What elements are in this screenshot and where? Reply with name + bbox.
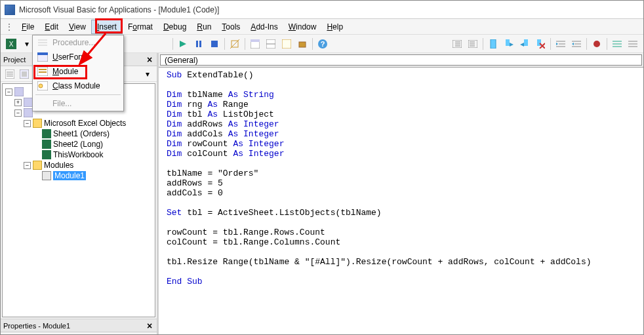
menu-run[interactable]: Run [191,20,216,33]
workbook-icon [42,150,51,159]
help-icon[interactable]: ? [315,37,330,51]
window-title: Microsoft Visual Basic for Applications … [19,5,219,14]
tree-row-excel-objects[interactable]: − Microsoft Excel Objects [4,118,153,128]
svg-point-40 [594,41,600,47]
svg-rect-27 [524,39,528,46]
insert-module[interactable]: Module [33,64,123,79]
properties-panel-title: Properties - Module1 [3,322,70,330]
indent-icon[interactable] [553,37,568,51]
bookmark-icon[interactable] [486,37,500,51]
menu-window[interactable]: Window [283,20,322,33]
insert-class-module-label: Class Module [52,81,100,90]
properties-panel-header: Properties - Module1 × [1,319,157,332]
properties-icon[interactable] [264,37,278,51]
bookmark-prev-icon[interactable] [517,37,532,51]
properties-panel-close[interactable]: × [145,321,154,330]
object-browser-icon[interactable] [279,37,294,51]
stop-icon[interactable] [207,37,222,51]
svg-rect-3 [196,41,198,47]
untabify-icon[interactable] [466,37,480,51]
svg-marker-28 [520,43,524,47]
svg-rect-9 [251,39,260,42]
object-dropdown-value: (General) [165,56,198,65]
tree-label: Modules [44,161,73,170]
tree-label-selected: Module1 [53,171,86,180]
insert-file[interactable]: File... [33,96,123,111]
worksheet-icon [42,129,51,138]
svg-rect-52 [22,71,27,77]
toolbox-icon[interactable] [295,37,310,51]
svg-rect-24 [491,39,496,49]
insert-procedure[interactable]: Procedure... [33,35,123,50]
insert-class-module[interactable]: Class Module [33,79,123,93]
svg-rect-54 [14,87,24,96]
menu-tools[interactable]: Tools [216,20,245,33]
tree-row-sheet1[interactable]: Sheet1 (Orders) [4,128,153,139]
menu-insert[interactable]: Insert [91,20,123,34]
menu-expand-icon[interactable]: ⋮ [5,22,14,31]
tree-row-modules[interactable]: − Modules [4,160,153,170]
pause-icon[interactable] [191,37,206,51]
collapse-icon[interactable]: − [24,120,31,127]
folder-icon [33,161,42,170]
menu-separator [35,94,121,95]
code-editor[interactable]: Sub ExtendTable() Dim tblName As String … [159,68,643,334]
comment-icon[interactable] [610,37,624,51]
procedure-icon [37,37,49,48]
collapse-icon[interactable]: − [14,109,22,117]
insert-file-label: File... [52,99,71,108]
object-dropdown[interactable]: (General) [160,54,642,66]
menubar: ⋮ File Edit View Insert Format Debug Run… [1,19,643,35]
module-icon [42,171,51,180]
bookmark-clear-icon[interactable] [533,37,548,51]
svg-rect-25 [506,39,510,46]
titlebar: Microsoft Visual Basic for Applications … [1,1,643,19]
app-icon [5,5,15,15]
expand-icon[interactable]: + [14,99,22,106]
excel-icon[interactable]: X [4,37,18,51]
project-panel-close[interactable]: × [145,55,154,64]
tree-row-sheet2[interactable]: Sheet2 (Long) [4,139,153,149]
menu-help[interactable]: Help [321,20,348,33]
breakpoint-icon[interactable] [590,37,604,51]
svg-rect-56 [24,108,33,117]
run-icon[interactable] [176,37,190,51]
menu-file[interactable]: File [16,20,39,33]
project-panel-title: Project [3,56,26,64]
menu-debug[interactable]: Debug [158,20,191,33]
insert-dropdown-menu: Procedure... UserForm Module Class Modul… [32,35,124,111]
project-tree[interactable]: − + − − Microsoft Excel Objects [2,83,155,317]
view-object-icon[interactable] [18,68,31,81]
svg-marker-26 [510,43,513,47]
menu-edit[interactable]: Edit [39,20,64,33]
insert-userform-label: UserForm [52,52,87,62]
tree-row-thisworkbook[interactable]: ThisWorkbook [4,149,153,160]
uncomment-icon[interactable] [626,37,640,51]
menu-addins[interactable]: Add-Ins [245,20,283,33]
vba-project-icon [24,98,33,107]
userform-icon [37,52,49,62]
tree-label: Microsoft Excel Objects [44,119,126,128]
menu-view[interactable]: View [64,20,91,33]
code-panel: (General) Sub ExtendTable() Dim tblName … [157,53,643,334]
svg-rect-61 [37,52,48,55]
tree-row-module1[interactable]: Module1 [4,170,153,181]
svg-point-66 [39,84,43,88]
panel-dropdown-icon[interactable]: ▾ [141,68,154,81]
project-icon [14,87,24,96]
bookmark-next-icon[interactable] [502,37,516,51]
menu-format[interactable]: Format [123,20,158,33]
toolbar-right [449,37,641,51]
svg-marker-2 [180,41,186,47]
code-header: (General) [159,53,643,68]
design-mode-icon[interactable] [228,37,242,51]
properties-panel: Properties - Module1 × [1,319,157,334]
project-explorer-icon[interactable] [248,37,262,51]
collapse-icon[interactable]: − [24,162,31,169]
svg-marker-39 [572,43,574,45]
tabify-icon[interactable] [450,37,464,51]
outdent-icon[interactable] [569,37,584,51]
insert-userform[interactable]: UserForm [33,50,123,64]
view-code-icon[interactable] [3,68,16,81]
collapse-icon[interactable]: − [5,89,12,96]
